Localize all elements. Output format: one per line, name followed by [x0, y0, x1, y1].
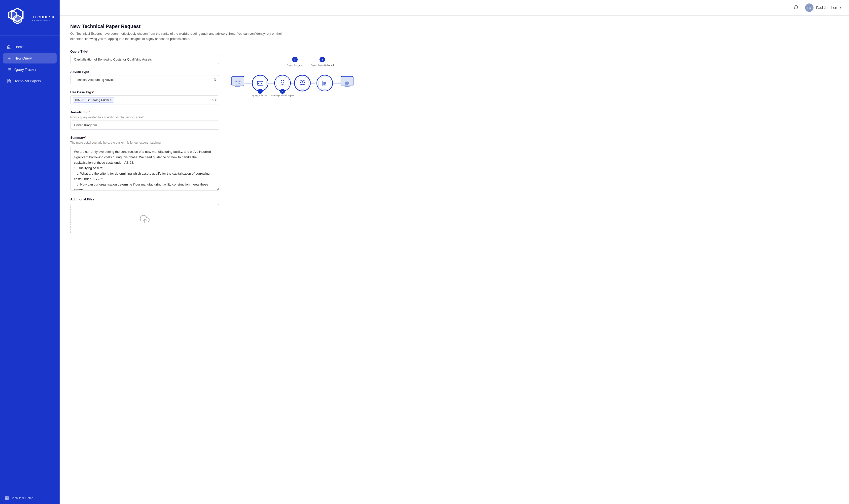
tags-actions: × ▾	[211, 98, 216, 102]
sidebar-item-technical-papers-label: Technical Papers	[14, 79, 41, 83]
advice-type-select-wrapper: Technical Accounting Advice Legal Advice…	[70, 75, 219, 84]
sidebar: TECHDESK BY REMOTECA Home New Query	[0, 0, 59, 504]
advice-type-group: Advice Type Technical Accounting Advice …	[70, 70, 219, 84]
svg-text:📄: 📄	[346, 79, 348, 82]
content-area: New Technical Paper Request Our Technica…	[59, 16, 849, 504]
sidebar-item-query-tracker-label: Query Tracker	[14, 68, 36, 72]
tags-required: *	[93, 90, 94, 94]
svg-text:4: 4	[322, 58, 323, 61]
sidebar-item-home-label: Home	[14, 45, 23, 49]
tags-clear-button[interactable]: ×	[211, 98, 214, 102]
svg-point-47	[296, 77, 309, 90]
home-icon	[7, 44, 12, 49]
svg-rect-14	[7, 497, 8, 498]
chevron-down-icon: ▾	[839, 6, 841, 10]
svg-rect-16	[5, 498, 7, 500]
use-case-tags-label: Use Case Tags*	[70, 90, 219, 94]
logo-container: TECHDESK BY REMOTECA	[0, 0, 59, 36]
svg-text:Expert Paper Delivered: Expert Paper Delivered	[311, 64, 334, 67]
query-title-required: *	[87, 50, 88, 53]
avatar: PJ	[805, 3, 814, 12]
jurisdiction-input[interactable]	[70, 121, 219, 130]
form-diagram-container: Query Title* Advice Type Technical Accou…	[70, 50, 839, 234]
notification-bell[interactable]	[792, 4, 800, 12]
logo-text: TECHDESK	[32, 15, 55, 19]
summary-required: *	[85, 136, 86, 139]
upload-icon	[140, 214, 150, 224]
logo-icon	[5, 6, 30, 31]
nav-menu: Home New Query Query Tracker	[0, 40, 59, 492]
svg-text:DESK: DESK	[236, 83, 240, 84]
jurisdiction-required: *	[89, 110, 90, 114]
tag-remove-button[interactable]: ×	[110, 98, 112, 102]
tags-dropdown-button[interactable]: ▾	[215, 98, 216, 102]
user-menu[interactable]: PJ Paul Jenshen ▾	[805, 3, 841, 12]
svg-text:1: 1	[259, 90, 261, 93]
summary-group: Summary* The more detail you add here, t…	[70, 136, 219, 192]
workflow-diagram: 3 Expert Assigned 4 Expert Paper Deliver…	[229, 55, 358, 104]
sidebar-item-technical-papers[interactable]: Technical Papers	[3, 76, 57, 86]
sidebar-item-new-query[interactable]: New Query	[3, 53, 57, 64]
sidebar-item-query-tracker[interactable]: Query Tracker	[3, 65, 57, 75]
jurisdiction-sublabel: Is your query related to a specific coun…	[70, 115, 219, 119]
tag-label: IAS 23 - Borrowing Costs	[75, 98, 109, 102]
svg-rect-13	[5, 497, 7, 498]
advice-type-select[interactable]: Technical Accounting Advice Legal Advice…	[70, 75, 219, 84]
document-icon	[7, 79, 12, 83]
query-title-group: Query Title*	[70, 50, 219, 64]
logo-sub: BY REMOTECA	[32, 19, 55, 22]
page-title: New Technical Paper Request	[70, 23, 839, 29]
sidebar-footer: TechDesk Demo	[0, 492, 59, 504]
header: PJ Paul Jenshen ▾	[59, 0, 849, 16]
svg-point-34	[254, 77, 266, 90]
user-name: Paul Jenshen	[816, 6, 837, 10]
svg-rect-30	[235, 86, 240, 87]
additional-files-label: Additional Files	[70, 197, 219, 201]
jurisdiction-group: Jurisdiction* Is your query related to a…	[70, 110, 219, 130]
svg-text:TECH: TECH	[235, 80, 241, 82]
tags-input-wrapper[interactable]: IAS 23 - Borrowing Costs × × ▾	[70, 95, 219, 104]
jurisdiction-label: Jurisdiction*	[70, 110, 219, 114]
svg-point-51	[318, 77, 331, 90]
bell-icon	[793, 5, 799, 11]
svg-marker-2	[8, 11, 16, 19]
svg-text:Query Submitted: Query Submitted	[252, 94, 268, 97]
svg-text:2: 2	[282, 90, 283, 93]
sidebar-item-home[interactable]: Home	[3, 42, 57, 52]
plus-icon	[7, 56, 12, 60]
summary-textarea[interactable]: We are currently overseeing the construc…	[70, 146, 219, 191]
svg-text:Expert Assigned: Expert Assigned	[287, 64, 303, 67]
list-icon	[7, 68, 12, 72]
footer-label: TechDesk Demo	[12, 496, 33, 500]
tag-item: IAS 23 - Borrowing Costs ×	[73, 97, 114, 103]
sidebar-item-new-query-label: New Query	[14, 56, 32, 60]
svg-text:Scoping Call with Expert: Scoping Call with Expert	[271, 94, 294, 97]
files-dropzone[interactable]	[70, 204, 219, 234]
svg-text:3: 3	[294, 58, 295, 61]
summary-sublabel: The more detail you add here, the easier…	[70, 141, 219, 144]
query-title-input[interactable]	[70, 55, 219, 64]
summary-label: Summary*	[70, 136, 219, 139]
use-case-tags-group: Use Case Tags* IAS 23 - Borrowing Costs …	[70, 90, 219, 104]
form-section: Query Title* Advice Type Technical Accou…	[70, 50, 219, 234]
query-title-label: Query Title*	[70, 50, 219, 53]
grid-icon	[5, 496, 9, 500]
advice-type-label: Advice Type	[70, 70, 219, 74]
svg-rect-15	[7, 498, 8, 500]
page-description: Our Technical Experts have been meticulo…	[70, 31, 294, 42]
diagram-section: 3 Expert Assigned 4 Expert Paper Deliver…	[229, 50, 839, 105]
additional-files-section: Additional Files	[70, 197, 219, 234]
svg-rect-57	[345, 86, 349, 87]
main-area: PJ Paul Jenshen ▾ New Technical Paper Re…	[59, 0, 849, 504]
